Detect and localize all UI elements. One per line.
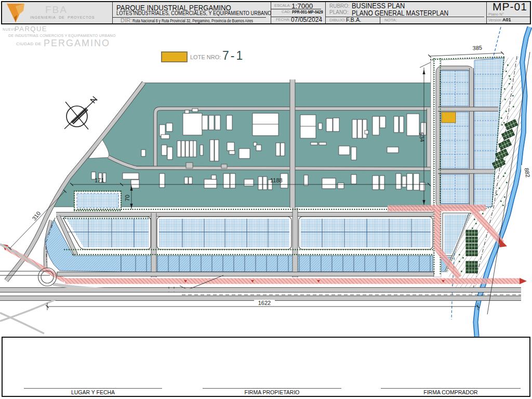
svg-text:385: 385 <box>472 45 482 51</box>
svg-text:1188: 1188 <box>270 177 283 183</box>
svg-text:1622: 1622 <box>258 300 271 306</box>
svg-text:534: 534 <box>418 132 425 142</box>
svg-text:N: N <box>88 95 99 105</box>
svg-text:310: 310 <box>31 210 42 222</box>
svg-text:171: 171 <box>95 177 104 183</box>
svg-text:70: 70 <box>124 195 130 201</box>
